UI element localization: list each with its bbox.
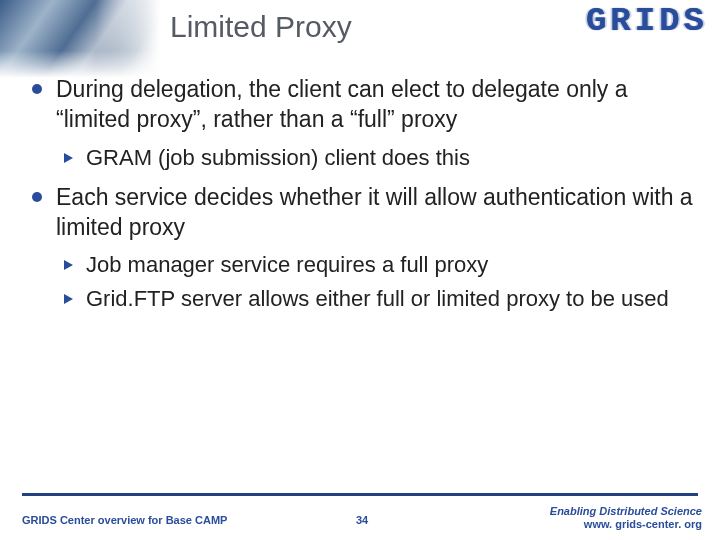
grids-logo: GRIDS [586, 2, 708, 40]
bullet-item: During delegation, the client can elect … [26, 74, 702, 172]
sub-bullet-text: Grid.FTP server allows either full or li… [86, 286, 669, 311]
sub-bullet-text: Job manager service requires a full prox… [86, 252, 488, 277]
bullet-item: Each service decides whether it will all… [26, 182, 702, 313]
sub-bullet-list: Job manager service requires a full prox… [56, 250, 702, 312]
sub-bullet-item: GRAM (job submission) client does this [56, 143, 702, 172]
bullet-text: Each service decides whether it will all… [56, 184, 693, 240]
sub-bullet-item: Grid.FTP server allows either full or li… [56, 284, 702, 313]
sub-bullet-item: Job manager service requires a full prox… [56, 250, 702, 279]
slide-title: Limited Proxy [170, 10, 352, 44]
footer-url: www. grids-center. org [550, 518, 702, 532]
bullet-text: During delegation, the client can elect … [56, 76, 628, 132]
bullet-list: During delegation, the client can elect … [26, 74, 702, 313]
footer-divider [22, 493, 698, 496]
slide: Limited Proxy GRIDS During delegation, t… [0, 0, 720, 540]
footer-tagline: Enabling Distributed Science [550, 505, 702, 519]
sub-bullet-text: GRAM (job submission) client does this [86, 145, 470, 170]
footer-right: Enabling Distributed Science www. grids-… [550, 505, 702, 533]
header-decoration-image [0, 0, 160, 78]
slide-body: During delegation, the client can elect … [26, 74, 702, 323]
sub-bullet-list: GRAM (job submission) client does this [56, 143, 702, 172]
footer: GRIDS Center overview for Base CAMP 34 E… [22, 500, 702, 534]
